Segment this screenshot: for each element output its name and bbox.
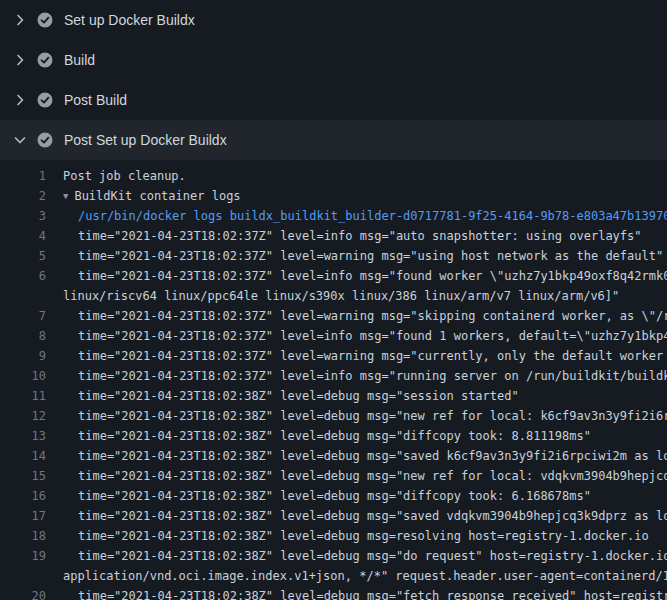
log-area: 1Post job cleanup.2▼BuildKit container l… xyxy=(0,160,667,600)
log-line-continuation: linux/riscv64 linux/ppc64le linux/s390x … xyxy=(0,286,667,306)
chevron-right-icon xyxy=(12,92,28,108)
log-line-number[interactable]: 9 xyxy=(0,346,46,366)
log-line-number[interactable]: 14 xyxy=(0,446,46,466)
step-row-post-build[interactable]: Post Build xyxy=(0,80,667,120)
log-line: 10time="2021-04-23T18:02:37Z" level=info… xyxy=(0,366,667,386)
log-text: time="2021-04-23T18:02:38Z" level=debug … xyxy=(63,586,667,600)
log-text: time="2021-04-23T18:02:38Z" level=debug … xyxy=(63,386,667,406)
log-line-number[interactable]: 18 xyxy=(0,526,46,546)
log-text: time="2021-04-23T18:02:38Z" level=debug … xyxy=(63,506,667,526)
log-line-number[interactable]: 16 xyxy=(0,486,46,506)
step-list: Set up Docker BuildxBuildPost BuildPost … xyxy=(0,0,667,160)
log-line: 15time="2021-04-23T18:02:38Z" level=debu… xyxy=(0,466,667,486)
log-text: time="2021-04-23T18:02:38Z" level=debug … xyxy=(63,486,667,506)
log-line: 18time="2021-04-23T18:02:38Z" level=debu… xyxy=(0,526,667,546)
log-line-number[interactable]: 20 xyxy=(0,586,46,600)
log-text: time="2021-04-23T18:02:38Z" level=debug … xyxy=(63,406,667,426)
log-line-number[interactable]: 1 xyxy=(0,166,46,186)
chevron-right-icon xyxy=(12,12,28,28)
log-text: linux/riscv64 linux/ppc64le linux/s390x … xyxy=(63,286,667,306)
log-text: time="2021-04-23T18:02:38Z" level=debug … xyxy=(63,526,667,546)
log-text: time="2021-04-23T18:02:37Z" level=info m… xyxy=(63,326,667,346)
step-row-post-set-up-docker-buildx[interactable]: Post Set up Docker Buildx xyxy=(0,120,667,160)
log-line-number[interactable]: 8 xyxy=(0,326,46,346)
log-line-number[interactable]: 5 xyxy=(0,246,46,266)
log-command-text: /usr/bin/docker logs buildx_buildkit_bui… xyxy=(63,206,667,226)
step-row-build[interactable]: Build xyxy=(0,40,667,80)
log-line: 14time="2021-04-23T18:02:38Z" level=debu… xyxy=(0,446,667,466)
check-circle-icon xyxy=(37,132,53,148)
log-text: time="2021-04-23T18:02:37Z" level=info m… xyxy=(63,226,667,246)
log-text: time="2021-04-23T18:02:37Z" level=info m… xyxy=(63,266,667,286)
log-line-number[interactable]: 2 xyxy=(0,186,46,206)
log-line-number[interactable]: 7 xyxy=(0,306,46,326)
log-line-number[interactable]: 4 xyxy=(0,226,46,246)
log-line-number[interactable]: 13 xyxy=(0,426,46,446)
log-line: 5time="2021-04-23T18:02:37Z" level=warni… xyxy=(0,246,667,266)
collapse-triangle-icon: ▼ xyxy=(63,186,68,206)
log-line-number[interactable]: 11 xyxy=(0,386,46,406)
log-line: 13time="2021-04-23T18:02:38Z" level=debu… xyxy=(0,426,667,446)
log-text: time="2021-04-23T18:02:37Z" level=info m… xyxy=(63,366,667,386)
log-line: 19time="2021-04-23T18:02:38Z" level=debu… xyxy=(0,546,667,566)
log-line: 1Post job cleanup. xyxy=(0,166,667,186)
log-line: 4time="2021-04-23T18:02:37Z" level=info … xyxy=(0,226,667,246)
log-line-number xyxy=(0,566,46,586)
log-text: application/vnd.oci.image.index.v1+json,… xyxy=(63,566,667,586)
log-line: 8time="2021-04-23T18:02:37Z" level=info … xyxy=(0,326,667,346)
log-line-number[interactable]: 19 xyxy=(0,546,46,566)
log-text: time="2021-04-23T18:02:37Z" level=warnin… xyxy=(63,246,667,266)
check-circle-icon xyxy=(37,92,53,108)
step-label: Post Set up Docker Buildx xyxy=(64,132,227,148)
log-line-number[interactable]: 12 xyxy=(0,406,46,426)
log-text: time="2021-04-23T18:02:38Z" level=debug … xyxy=(63,446,667,466)
log-line: 7time="2021-04-23T18:02:37Z" level=warni… xyxy=(0,306,667,326)
log-line: 6time="2021-04-23T18:02:37Z" level=info … xyxy=(0,266,667,286)
log-line: 3/usr/bin/docker logs buildx_buildkit_bu… xyxy=(0,206,667,226)
log-line: 11time="2021-04-23T18:02:38Z" level=debu… xyxy=(0,386,667,406)
log-line-number xyxy=(0,286,46,306)
log-line-number[interactable]: 6 xyxy=(0,266,46,286)
log-text: time="2021-04-23T18:02:37Z" level=warnin… xyxy=(63,346,667,366)
check-circle-icon xyxy=(37,52,53,68)
log-text: Post job cleanup. xyxy=(63,166,667,186)
log-line: 2▼BuildKit container logs xyxy=(0,186,667,206)
log-line: 16time="2021-04-23T18:02:38Z" level=debu… xyxy=(0,486,667,506)
log-line-number[interactable]: 15 xyxy=(0,466,46,486)
chevron-right-icon xyxy=(12,52,28,68)
log-text: time="2021-04-23T18:02:38Z" level=debug … xyxy=(63,426,667,446)
check-circle-icon xyxy=(37,12,53,28)
log-line: 17time="2021-04-23T18:02:38Z" level=debu… xyxy=(0,506,667,526)
log-group-toggle[interactable]: ▼BuildKit container logs xyxy=(63,186,667,206)
log-line-number[interactable]: 17 xyxy=(0,506,46,526)
log-line-number[interactable]: 10 xyxy=(0,366,46,386)
step-label: Set up Docker Buildx xyxy=(64,12,195,28)
actions-log-viewer: Set up Docker BuildxBuildPost BuildPost … xyxy=(0,0,667,600)
log-text: time="2021-04-23T18:02:38Z" level=debug … xyxy=(63,546,667,566)
step-label: Build xyxy=(64,52,95,68)
log-text: time="2021-04-23T18:02:38Z" level=debug … xyxy=(63,466,667,486)
log-line: 9time="2021-04-23T18:02:37Z" level=warni… xyxy=(0,346,667,366)
log-line-continuation: application/vnd.oci.image.index.v1+json,… xyxy=(0,566,667,586)
log-text: time="2021-04-23T18:02:37Z" level=warnin… xyxy=(63,306,667,326)
step-label: Post Build xyxy=(64,92,127,108)
chevron-down-icon xyxy=(12,132,28,148)
log-line-number[interactable]: 3 xyxy=(0,206,46,226)
log-line: 12time="2021-04-23T18:02:38Z" level=debu… xyxy=(0,406,667,426)
step-row-set-up-docker-buildx[interactable]: Set up Docker Buildx xyxy=(0,0,667,40)
log-line: 20time="2021-04-23T18:02:38Z" level=debu… xyxy=(0,586,667,600)
log-group-label: BuildKit container logs xyxy=(74,189,240,203)
